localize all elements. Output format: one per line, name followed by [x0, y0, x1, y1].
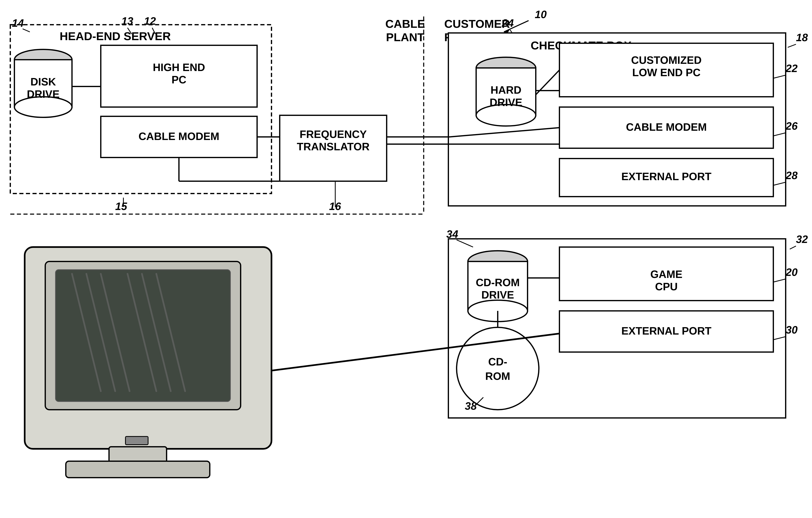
customer-premises-label: CUSTOMER — [444, 17, 510, 30]
cable-modem-left-label: CABLE MODEM — [139, 130, 220, 142]
svg-line-12 — [790, 246, 796, 249]
hard-drive-label2: DRIVE — [490, 97, 522, 108]
cable-plant-label2: PLANT — [386, 31, 425, 44]
disk-drive-label2: DRIVE — [27, 88, 60, 100]
cdrom-drive-label: CD-ROM — [476, 276, 520, 289]
diagram-container: HEAD-END SERVER 14 13 12 DISK DRIVE HIGH… — [0, 0, 812, 518]
power-button — [125, 436, 148, 445]
freq-translator-label: FREQUENCY — [300, 128, 367, 140]
cable-modem-right-label: CABLE MODEM — [626, 121, 707, 133]
cdrom-drive-label2: DRIVE — [482, 289, 514, 301]
external-port-top-label: EXTERNAL PORT — [621, 170, 712, 183]
game-cpu-label: GAME — [650, 268, 683, 280]
ref-30: 30 — [786, 324, 798, 336]
ref-18: 18 — [796, 31, 808, 44]
ref-12: 12 — [144, 15, 156, 27]
ref-14: 14 — [12, 17, 24, 29]
ref-26: 26 — [785, 120, 798, 132]
cdrom-disc-label2: ROM — [485, 370, 510, 382]
monitor-base — [66, 461, 210, 478]
ref-13: 13 — [121, 15, 133, 27]
disk-drive-label: DISK — [30, 76, 56, 88]
hard-drive-label: HARD — [491, 84, 521, 96]
high-end-pc-label2: PC — [172, 74, 186, 86]
ref-38: 38 — [465, 400, 477, 412]
high-end-pc-label: HIGH END — [153, 61, 205, 73]
ref-15: 15 — [115, 200, 127, 212]
ref-34: 34 — [446, 228, 458, 240]
svg-line-0 — [23, 29, 30, 32]
freq-translator-label2: TRANSLATOR — [297, 141, 369, 153]
customized-low-end-label: CUSTOMIZED — [631, 54, 702, 66]
ref-28: 28 — [785, 169, 798, 181]
ref-24: 24 — [502, 17, 514, 29]
cable-plant-label: CABLE — [385, 17, 425, 30]
ref-10: 10 — [535, 8, 547, 20]
cdrom-disc — [457, 327, 539, 410]
game-cpu-label2: CPU — [655, 281, 678, 293]
external-port-bottom-label: EXTERNAL PORT — [621, 325, 712, 337]
cdrom-disc-label: CD- — [488, 356, 507, 368]
ref-20: 20 — [785, 266, 798, 278]
ref-32: 32 — [796, 233, 808, 245]
ref-22: 22 — [785, 62, 798, 74]
svg-line-7 — [788, 44, 796, 47]
customized-low-end-label2: LOW END PC — [632, 66, 700, 78]
